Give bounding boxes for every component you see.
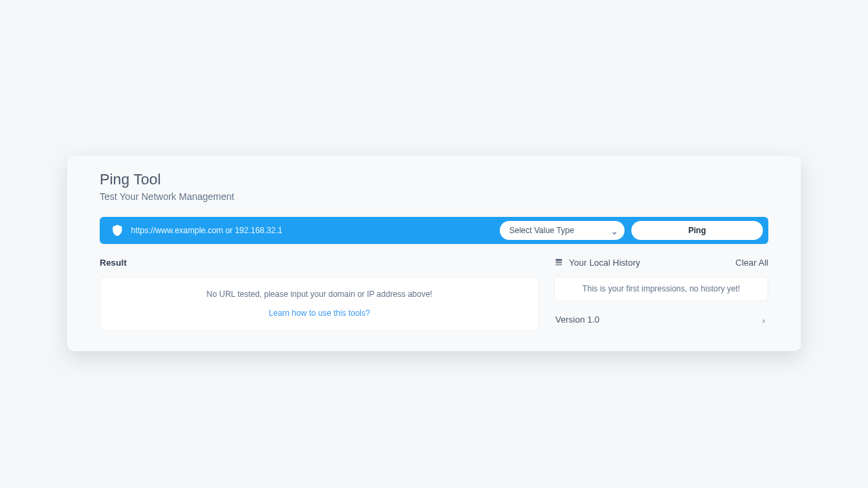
svg-rect-2 [555,264,561,265]
search-bar: Select Value Type Ping [100,217,768,244]
history-column: Your Local History Clear All This is you… [554,256,768,331]
ping-button[interactable]: Ping [631,221,763,240]
learn-link[interactable]: Learn how to use this tools? [108,308,530,318]
result-heading: Result [100,256,539,268]
layers-icon [554,258,564,267]
page-title: Ping Tool [100,171,768,188]
history-title: Your Local History [554,258,640,268]
result-panel: No URL tested, please input your domain … [100,277,539,331]
result-heading-label: Result [100,258,127,268]
result-empty-text: No URL tested, please input your domain … [108,289,530,299]
url-input[interactable] [131,222,493,239]
chevron-down-icon [611,227,618,234]
value-type-select[interactable]: Select Value Type [509,226,606,235]
version-label: Version 1.0 [555,314,599,325]
chevron-right-icon [760,317,767,323]
history-header: Your Local History Clear All [554,256,768,268]
version-row[interactable]: Version 1.0 [554,314,768,325]
ping-tool-card: Ping Tool Test Your Network Management S… [67,156,801,351]
shield-icon [111,224,124,237]
page-subtitle: Test Your Network Management [100,191,768,202]
clear-all-link[interactable]: Clear All [736,258,768,268]
content-row: Result No URL tested, please input your … [100,256,768,331]
history-empty-text: This is your first impressions, no histo… [563,284,760,293]
value-type-select-wrap[interactable]: Select Value Type [500,221,625,240]
result-column: Result No URL tested, please input your … [100,256,539,331]
history-heading-label: Your Local History [569,258,640,268]
svg-rect-1 [555,262,561,263]
history-panel: This is your first impressions, no histo… [554,277,768,301]
svg-rect-0 [555,259,561,260]
